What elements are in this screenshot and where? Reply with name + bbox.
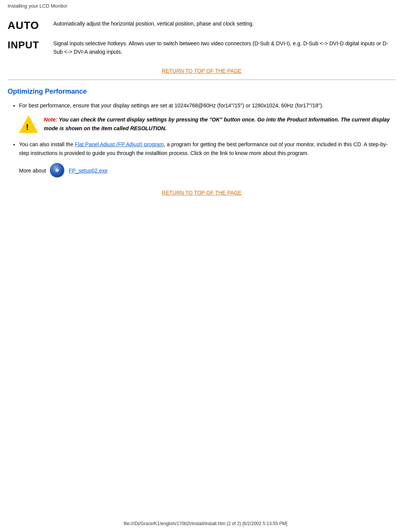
return-top-link-1[interactable]: RETURN TO TOP OF THE PAGE	[162, 68, 242, 74]
page-footer: file:///D|/Grace/K1/english/170b2t/insta…	[0, 519, 411, 528]
bullet-item-1: For best performance, ensure that your d…	[19, 101, 396, 110]
more-about-label: More about	[19, 168, 46, 174]
cd-circle-inner	[55, 168, 59, 172]
warning-triangle	[19, 115, 38, 133]
input-description: Signal inputs selective hotkeys. Allows …	[53, 39, 396, 56]
note-label: Note:	[44, 117, 57, 123]
page-header: Installing your LCD Monitor	[0, 0, 411, 12]
bullet-1-text: For best performance, ensure that your d…	[19, 102, 323, 109]
bullet-item-2: You can also install the Flat Panel Adju…	[19, 140, 396, 157]
note-content: Note: You can check the current display …	[44, 115, 396, 133]
return-top-container-1: RETURN TO TOP OF THE PAGE	[8, 68, 396, 74]
cd-icon	[50, 163, 65, 178]
auto-description: Automatically adjust the horizontal posi…	[53, 19, 396, 28]
note-body-text: You can check the current display settin…	[44, 117, 390, 131]
optimizing-section: Optimizing Performance For best performa…	[8, 88, 396, 178]
return-top-link-2[interactable]: RETURN TO TOP OF THE PAGE	[162, 190, 242, 196]
section-divider	[8, 80, 396, 80]
cd-circle-outer	[50, 163, 64, 177]
bullet-2-prefix: You can also install the	[19, 141, 75, 147]
optimizing-heading: Optimizing Performance	[8, 88, 396, 96]
input-label: INPUT	[8, 39, 46, 51]
fp-exe-link[interactable]: FP_setup02.exe	[69, 168, 108, 174]
footer-text: file:///D|/Grace/K1/english/170b2t/insta…	[124, 521, 287, 526]
content-area: AUTO Automatically adjust the horizontal…	[0, 12, 411, 205]
input-section: INPUT Signal inputs selective hotkeys. A…	[8, 39, 396, 56]
auto-label: AUTO	[8, 19, 46, 32]
auto-section: AUTO Automatically adjust the horizontal…	[8, 19, 396, 32]
warning-icon	[19, 115, 38, 134]
bullet-list: For best performance, ensure that your d…	[19, 101, 396, 110]
flat-panel-link[interactable]: Flat Panel Adjust (FP Adjust) program	[75, 141, 164, 147]
page-header-text: Installing your LCD Monitor	[8, 3, 67, 9]
bullet-list-2: You can also install the Flat Panel Adju…	[19, 140, 396, 157]
note-box: Note: You can check the current display …	[19, 115, 396, 134]
return-top-container-2: RETURN TO TOP OF THE PAGE	[8, 190, 396, 196]
more-about-row: More about FP_setup02.exe	[19, 163, 396, 178]
